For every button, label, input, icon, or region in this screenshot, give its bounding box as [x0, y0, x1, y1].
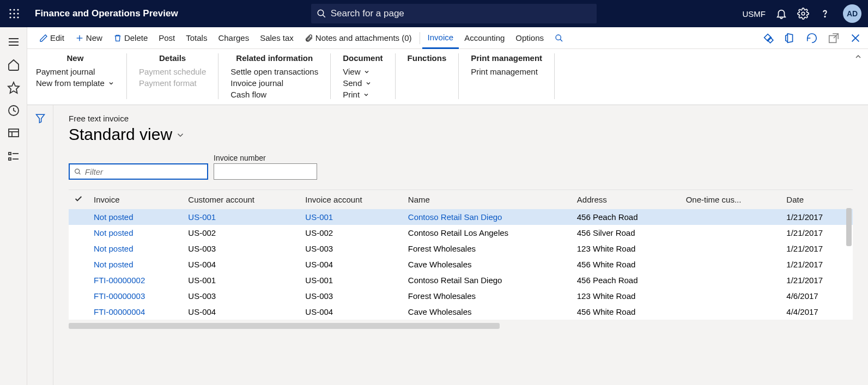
- view-title[interactable]: Standard view: [69, 125, 853, 144]
- chevron-down-icon: [175, 130, 185, 140]
- name-link[interactable]: Contoso Retail San Diego: [408, 212, 502, 222]
- col-date[interactable]: Date: [781, 190, 853, 210]
- find-icon[interactable]: [549, 34, 569, 42]
- svg-point-3: [9, 13, 11, 14]
- svg-point-5: [17, 13, 19, 14]
- delete-button[interactable]: Delete: [108, 33, 153, 42]
- company-code[interactable]: USMF: [743, 9, 766, 19]
- svg-point-36: [75, 169, 80, 173]
- invoice-link[interactable]: FTI-00000002: [94, 276, 145, 285]
- svg-point-9: [318, 10, 324, 16]
- invoice-journal-button[interactable]: Invoice journal: [230, 78, 318, 88]
- invoice-account-link[interactable]: US-001: [305, 212, 333, 222]
- col-name[interactable]: Name: [403, 190, 572, 210]
- ribbon-group-printmgmt: Print management Print management: [459, 53, 555, 99]
- invoice-link[interactable]: FTI-00000003: [94, 291, 145, 301]
- cash-flow-button[interactable]: Cash flow: [230, 90, 318, 99]
- invoice-link[interactable]: Not posted: [94, 244, 133, 253]
- ribbon-group-new: New Payment journal New from template: [36, 53, 127, 99]
- select-all-header[interactable]: [69, 190, 88, 210]
- gear-icon[interactable]: [797, 8, 809, 20]
- table-row[interactable]: Not postedUS-003US-003Forest Wholesales1…: [69, 241, 853, 256]
- new-button[interactable]: New: [70, 33, 108, 42]
- search-icon: [74, 168, 82, 176]
- table-row[interactable]: Not postedUS-002US-002Contoso Retail Los…: [69, 225, 853, 241]
- table-row[interactable]: FTI-00000002US-001US-001Contoso Retail S…: [69, 272, 853, 288]
- svg-point-7: [13, 16, 15, 18]
- settle-transactions-button[interactable]: Settle open transactions: [230, 67, 318, 76]
- user-avatar[interactable]: AD: [843, 4, 861, 23]
- salestax-button[interactable]: Sales tax: [254, 33, 299, 42]
- svg-rect-22: [9, 158, 11, 160]
- chevron-down-icon: [108, 80, 114, 87]
- office-icon[interactable]: [784, 32, 796, 44]
- bell-icon[interactable]: [775, 8, 787, 20]
- tab-invoice[interactable]: Invoice: [422, 27, 459, 49]
- pencil-icon: [39, 34, 48, 42]
- print-button[interactable]: Print: [343, 90, 383, 99]
- svg-marker-35: [36, 114, 44, 123]
- view-button[interactable]: View: [343, 67, 383, 76]
- tab-options[interactable]: Options: [510, 33, 549, 42]
- search-box[interactable]: [311, 4, 597, 23]
- trash-icon: [113, 34, 122, 42]
- invoice-link[interactable]: FTI-00000004: [94, 307, 145, 316]
- col-onetime[interactable]: One-time cus...: [681, 190, 781, 210]
- svg-line-10: [323, 15, 325, 17]
- table-row[interactable]: FTI-00000003US-003US-003Forest Wholesale…: [69, 288, 853, 304]
- invoice-link[interactable]: Not posted: [94, 212, 133, 222]
- modules-icon[interactable]: [7, 150, 20, 163]
- svg-point-4: [13, 13, 15, 14]
- totals-button[interactable]: Totals: [180, 33, 213, 42]
- invoice-number-label: Invoice number: [214, 154, 317, 162]
- home-icon[interactable]: [7, 58, 20, 71]
- svg-rect-21: [9, 152, 11, 155]
- table-row[interactable]: FTI-00000004US-004US-004Cave Wholesales4…: [69, 304, 853, 320]
- table-row[interactable]: Not postedUS-001US-001Contoso Retail San…: [69, 209, 853, 225]
- ribbon: New Payment journal New from template De…: [27, 49, 868, 105]
- help-icon[interactable]: [819, 8, 831, 20]
- search-input[interactable]: [331, 8, 591, 19]
- quick-filter-input[interactable]: [69, 163, 208, 180]
- funnel-icon[interactable]: [35, 113, 46, 385]
- refresh-icon[interactable]: [806, 32, 818, 44]
- recent-icon[interactable]: [7, 104, 20, 117]
- svg-point-2: [17, 9, 19, 10]
- vertical-scrollbar[interactable]: [846, 208, 852, 246]
- svg-point-1: [13, 9, 15, 10]
- ribbon-collapse-icon[interactable]: [854, 52, 863, 63]
- invoice-link[interactable]: Not posted: [94, 260, 133, 269]
- table-row[interactable]: Not postedUS-004US-004Cave Wholesales456…: [69, 256, 853, 272]
- post-button[interactable]: Post: [153, 33, 180, 42]
- edit-button[interactable]: Edit: [34, 33, 70, 42]
- app-launcher-icon[interactable]: [7, 6, 22, 21]
- invoice-link[interactable]: Not posted: [94, 228, 133, 237]
- popout-icon[interactable]: [828, 32, 840, 44]
- invoice-number-input[interactable]: [214, 163, 317, 180]
- col-invoice[interactable]: Invoice: [88, 190, 183, 210]
- paperclip-icon: [305, 34, 313, 42]
- svg-point-6: [9, 16, 11, 18]
- charges-button[interactable]: Charges: [213, 33, 254, 42]
- new-from-template-button[interactable]: New from template: [36, 78, 114, 88]
- hamburger-icon[interactable]: [7, 35, 20, 48]
- col-address[interactable]: Address: [572, 190, 681, 210]
- diamond-icon[interactable]: [762, 32, 774, 44]
- close-icon[interactable]: [849, 32, 861, 44]
- svg-point-12: [824, 16, 825, 17]
- col-invoice-account[interactable]: Invoice account: [300, 190, 402, 210]
- payment-journal-button[interactable]: Payment journal: [36, 67, 114, 76]
- tab-accounting[interactable]: Accounting: [459, 33, 510, 42]
- search-icon: [317, 9, 326, 19]
- customer-link[interactable]: US-001: [188, 212, 216, 222]
- svg-line-28: [560, 39, 562, 41]
- plus-icon: [75, 34, 84, 42]
- notes-button[interactable]: Notes and attachments (0): [299, 33, 417, 42]
- send-button[interactable]: Send: [343, 78, 383, 88]
- star-icon[interactable]: [7, 81, 20, 94]
- ribbon-group-details: Details Payment schedule Payment format: [127, 53, 218, 99]
- horizontal-scrollbar[interactable]: [69, 323, 500, 329]
- print-management-button[interactable]: Print management: [471, 67, 542, 76]
- workspace-icon[interactable]: [7, 127, 20, 140]
- col-customer[interactable]: Customer account: [183, 190, 300, 210]
